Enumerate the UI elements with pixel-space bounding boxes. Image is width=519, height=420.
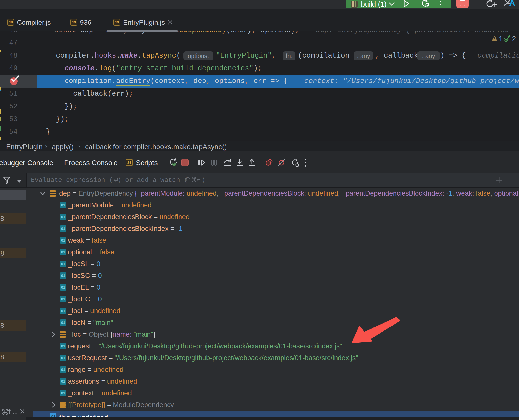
svg-text:2: 2 (512, 35, 516, 43)
svg-text:1: 1 (499, 35, 503, 43)
